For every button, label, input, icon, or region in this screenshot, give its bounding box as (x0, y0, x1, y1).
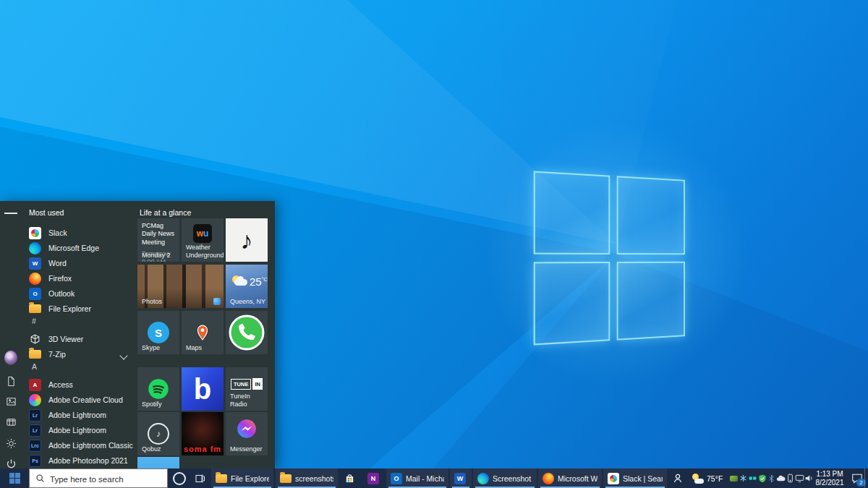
user-account-button[interactable] (4, 351, 17, 364)
show-desktop-button[interactable] (864, 468, 868, 488)
app-item-outlook[interactable]: O Outlook (22, 286, 134, 301)
app-item-edge[interactable]: Microsoft Edge (22, 241, 134, 255)
taskbar-clock[interactable]: 1:13 PM 8/2/2021 (812, 470, 848, 487)
microsoft-store-icon (344, 473, 355, 484)
folder-icon (29, 350, 41, 359)
lightroom-classic-icon: Lrc (29, 440, 41, 452)
music-note-icon: ♪ (241, 228, 253, 252)
pictures-icon (6, 396, 17, 407)
tile-partial[interactable] (137, 457, 179, 468)
tile-label: Maps (186, 344, 202, 352)
taskbar-button-file-explorer[interactable]: File Explorer (211, 468, 273, 488)
search-icon (35, 474, 45, 483)
photoshop-icon: Ps (29, 455, 41, 467)
onenote-icon: N (367, 473, 379, 484)
tile-weather[interactable]: 25°C Queens, NY (226, 265, 268, 308)
app-item-photoshop[interactable]: Ps Adobe Photoshop 2021 (22, 453, 134, 468)
tile-music[interactable]: ♪ (226, 218, 268, 262)
bluetooth-icon[interactable] (767, 468, 776, 488)
taskbar-button-edge[interactable]: Screenshot (75).pn... (473, 468, 537, 488)
tray-snowflake-icon[interactable] (739, 468, 748, 488)
outlook-icon: O (391, 473, 402, 484)
people-icon (672, 473, 684, 484)
tray-green-app-icon[interactable] (729, 468, 739, 488)
app-item-slack[interactable]: Slack (22, 226, 134, 240)
tile-skype[interactable]: S Skype (137, 311, 179, 354)
documents-button[interactable] (4, 374, 17, 388)
settings-button[interactable] (4, 437, 17, 450)
windows-logo-pane (617, 176, 685, 254)
start-button[interactable] (0, 468, 29, 488)
edge-icon (29, 242, 41, 254)
taskbar-button-screenshots[interactable]: screenshots (276, 468, 338, 488)
user-avatar (4, 351, 17, 365)
windows-desktop: Most used Slack Microsoft Edge W Word Fi… (0, 0, 868, 488)
windows-logo-pane (534, 262, 610, 346)
start-app-list: Most used Slack Microsoft Edge W Word Fi… (22, 201, 134, 468)
app-item-firefox[interactable]: Firefox (22, 271, 134, 286)
security-shield-icon[interactable] (757, 468, 767, 488)
spotify-icon (148, 378, 169, 400)
clock-time: 1:13 PM (812, 470, 848, 479)
app-item-lightroom-2[interactable]: Lr Adobe Lightroom (22, 423, 134, 437)
onedrive-cloud-icon[interactable] (776, 468, 786, 488)
word-icon: W (29, 257, 41, 270)
app-item-7zip[interactable]: 7-Zip (22, 347, 134, 361)
tile-label: Skype (142, 344, 160, 352)
taskbar-search[interactable] (29, 468, 168, 488)
access-icon: A (29, 379, 41, 391)
taskbar-button-onenote[interactable]: N (363, 468, 385, 488)
tile-calendar[interactable]: PCMag Daily News Meeting Tomorrow 9:00 A… (137, 218, 179, 262)
taskbar-button-slack[interactable]: Slack | Sean Carrol... (603, 468, 667, 488)
pictures-button[interactable] (4, 395, 17, 408)
videos-button[interactable] (4, 415, 17, 428)
clock-date: 8/2/2021 (812, 479, 848, 487)
tile-qobuz[interactable]: ♪ Qobuz (137, 412, 179, 455)
taskbar-button-word[interactable]: W (450, 468, 472, 488)
task-view-button[interactable] (190, 468, 210, 488)
taskbar-button-firefox[interactable]: Microsoft Window... (538, 468, 602, 488)
app-item-word[interactable]: W Word (22, 256, 134, 270)
taskbar-weather-button[interactable]: 75°F (689, 468, 726, 488)
tile-spotify[interactable]: Spotify (137, 367, 179, 411)
app-item-file-explorer[interactable]: File Explorer (22, 301, 134, 316)
taskbar-button-mail[interactable]: O Mail - Michael Mu... (386, 468, 448, 488)
app-item-3d-viewer[interactable]: 3D Viewer (22, 332, 134, 346)
cortana-icon (173, 472, 186, 485)
tile-tunein[interactable]: TUNE IN TuneIn Radio (226, 367, 268, 411)
expand-menu-button[interactable] (4, 207, 17, 220)
slack-icon (608, 473, 619, 484)
tile-messenger[interactable]: Messenger (226, 412, 268, 455)
tile-whatsapp[interactable] (226, 311, 268, 354)
tile-weather-underground[interactable]: wu Weather Underground (182, 218, 224, 262)
taskbar-button-store[interactable] (340, 468, 362, 488)
tile-maps[interactable]: Maps (182, 311, 224, 354)
people-button[interactable] (667, 468, 689, 488)
start-tiles-panel: Life at a glance PCMag Daily News Meetin… (134, 201, 275, 468)
somafm-logo: soma fm (182, 445, 224, 453)
slack-icon (29, 227, 41, 239)
windows-logo-pane (617, 262, 685, 341)
cortana-button[interactable] (169, 468, 190, 488)
tile-photos[interactable]: Photos (137, 265, 224, 308)
tile-bandcamp[interactable]: b (182, 367, 224, 411)
chevron-down-icon[interactable] (119, 351, 127, 359)
app-item-lightroom-classic[interactable]: Lrc Adobe Lightroom Classic (22, 438, 134, 453)
app-item-lightroom[interactable]: Lr Adobe Lightroom (22, 408, 134, 422)
calendar-event-title: PCMag Daily News Meeting (137, 218, 179, 247)
app-item-access[interactable]: A Access (22, 377, 134, 392)
calendar-tile-label: Monday 2 (142, 252, 171, 260)
weather-location: Queens, NY (230, 298, 265, 306)
tile-group-header[interactable]: Life at a glance (140, 208, 191, 217)
tile-somafm[interactable]: soma fm (182, 412, 224, 455)
app-item-adobe-cc[interactable]: Adobe Creative Cloud (22, 393, 134, 407)
usb-device-icon[interactable] (786, 468, 795, 488)
skype-icon: S (148, 322, 169, 343)
search-input[interactable] (48, 469, 166, 488)
start-menu-rail (0, 201, 22, 468)
section-header-hash[interactable]: # (32, 317, 36, 325)
tray-teal-app-icon[interactable] (748, 468, 757, 488)
display-icon[interactable] (795, 468, 804, 488)
most-used-header: Most used (29, 208, 64, 217)
section-header-a[interactable]: A (32, 362, 37, 371)
